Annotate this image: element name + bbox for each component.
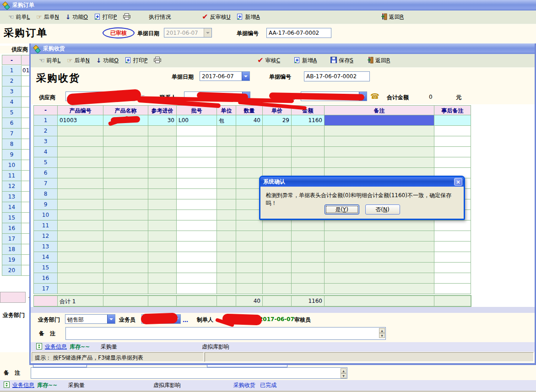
outer-grid-row[interactable]: 15 <box>2 213 30 223</box>
row-number-cell[interactable]: 16 <box>2 223 22 234</box>
table-cell[interactable] <box>177 178 217 189</box>
table-cell[interactable] <box>325 252 434 263</box>
outer-grid-row[interactable]: 12 <box>2 181 30 192</box>
table-cell[interactable] <box>148 199 177 210</box>
row-number-cell[interactable]: 8 <box>34 189 58 199</box>
table-cell[interactable] <box>263 252 292 263</box>
row-number-cell[interactable]: 11 <box>34 220 58 231</box>
outer-grid-row[interactable]: 7 <box>2 129 30 139</box>
table-cell[interactable] <box>177 189 217 199</box>
row-number-cell[interactable]: 9 <box>34 199 58 210</box>
table-cell[interactable] <box>263 242 292 252</box>
table-cell[interactable] <box>58 136 103 147</box>
table-cell[interactable] <box>263 157 292 168</box>
table-cell[interactable] <box>177 263 217 273</box>
close-icon[interactable]: × <box>454 178 462 186</box>
table-cell[interactable] <box>148 210 177 220</box>
table-cell[interactable] <box>58 199 103 210</box>
table-cell[interactable] <box>292 263 325 273</box>
table-cell[interactable] <box>263 147 292 157</box>
table-cell[interactable] <box>177 136 217 147</box>
row-number-cell[interactable]: 13 <box>34 242 58 252</box>
outer-date-combo[interactable]: 2017-06-07 <box>164 28 212 38</box>
table-cell[interactable] <box>148 242 177 252</box>
table-cell[interactable] <box>58 231 103 242</box>
table-cell[interactable] <box>103 189 148 199</box>
row-number-cell[interactable]: 14 <box>2 202 22 213</box>
row-number-cell[interactable]: 2 <box>2 76 22 86</box>
table-cell[interactable] <box>177 168 217 178</box>
table-cell[interactable] <box>292 231 325 242</box>
table-cell[interactable] <box>217 147 236 157</box>
table-cell[interactable] <box>177 220 217 231</box>
table-cell[interactable] <box>434 157 471 168</box>
table-cell[interactable] <box>236 242 263 252</box>
table-cell[interactable] <box>103 147 148 157</box>
table-cell[interactable] <box>217 168 236 178</box>
inner-date-combo[interactable]: 2017-06-07 <box>200 71 250 81</box>
table-cell[interactable]: 1160 <box>292 115 325 126</box>
no-button[interactable]: 否(N) <box>365 204 400 215</box>
table-cell[interactable] <box>103 242 148 252</box>
table-cell[interactable] <box>217 210 236 220</box>
table-cell[interactable] <box>177 147 217 157</box>
table-cell[interactable] <box>148 284 177 294</box>
table-cell[interactable] <box>177 242 217 252</box>
scrollbar-buttons[interactable]: ▲▼ <box>341 368 347 378</box>
table-cell[interactable] <box>148 136 177 147</box>
table-cell[interactable] <box>217 199 236 210</box>
row-number-cell[interactable]: 15 <box>34 263 58 273</box>
row-number-cell[interactable]: 18 <box>2 244 22 255</box>
prev-doc-button[interactable]: ☜前单L <box>8 13 30 21</box>
chevron-down-icon[interactable] <box>242 72 249 81</box>
prev-doc-button[interactable]: ☜前单L <box>39 57 60 64</box>
table-cell[interactable] <box>103 126 148 136</box>
table-cell[interactable]: 包 <box>217 115 236 126</box>
table-cell[interactable] <box>434 115 471 126</box>
outer-grid-row[interactable]: 101 <box>2 65 30 76</box>
table-cell[interactable] <box>217 242 236 252</box>
row-number-cell[interactable]: 1 <box>34 115 58 126</box>
table-cell[interactable] <box>103 252 148 263</box>
table-cell[interactable] <box>217 189 236 199</box>
table-cell[interactable] <box>263 263 292 273</box>
outer-grid-row[interactable]: 5 <box>2 107 30 118</box>
functions-button[interactable]: ↓功能O <box>65 13 88 21</box>
outer-grid-row[interactable]: 9 <box>2 150 30 160</box>
row-number-cell[interactable]: 6 <box>2 118 22 129</box>
table-cell[interactable] <box>292 136 325 147</box>
row-number-cell[interactable]: 7 <box>34 178 58 189</box>
table-cell[interactable] <box>263 231 292 242</box>
table-cell[interactable] <box>177 126 217 136</box>
table-cell[interactable]: L00 <box>177 115 217 126</box>
table-cell[interactable] <box>292 147 325 157</box>
table-cell[interactable] <box>148 126 177 136</box>
row-number-cell[interactable]: 14 <box>34 252 58 263</box>
row-number-cell[interactable]: 12 <box>2 181 22 192</box>
table-cell[interactable] <box>177 231 217 242</box>
outer-remark-input[interactable]: ▲▼ <box>31 367 347 379</box>
table-cell[interactable] <box>292 126 325 136</box>
inner-remark-input[interactable]: ▲▼ <box>65 327 386 340</box>
unaudit-button[interactable]: ✔反审核U <box>202 13 230 21</box>
table-cell[interactable] <box>148 168 177 178</box>
row-number-cell[interactable]: 4 <box>2 97 22 107</box>
table-cell[interactable] <box>58 220 103 231</box>
table-cell[interactable]: 01003 <box>58 115 103 126</box>
table-cell[interactable] <box>177 199 217 210</box>
table-cell[interactable] <box>148 252 177 263</box>
row-number-cell[interactable]: 17 <box>34 284 58 294</box>
table-cell[interactable] <box>434 284 471 294</box>
table-cell[interactable] <box>217 284 236 294</box>
row-number-cell[interactable]: 8 <box>2 139 22 150</box>
table-cell[interactable] <box>217 220 236 231</box>
table-cell[interactable] <box>325 231 434 242</box>
table-cell[interactable] <box>58 273 103 284</box>
outer-grid-row[interactable]: 11 <box>2 171 30 181</box>
table-cell[interactable] <box>263 220 292 231</box>
outer-grid-row[interactable]: 3 <box>2 86 30 97</box>
row-number-cell[interactable]: 5 <box>2 107 22 118</box>
table-cell[interactable] <box>217 252 236 263</box>
return-button[interactable]: 返回R <box>381 13 404 21</box>
audit-button[interactable]: ✔审核C <box>257 57 280 64</box>
